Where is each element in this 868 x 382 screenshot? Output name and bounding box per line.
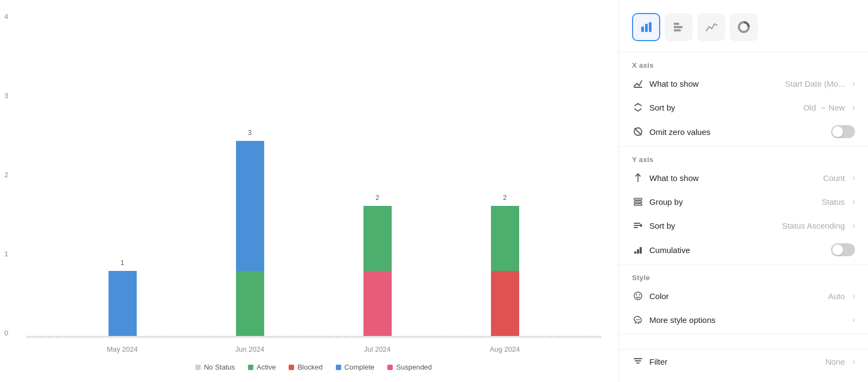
svg-rect-3 <box>674 23 679 25</box>
bar-segment-jul-suspended <box>363 271 392 336</box>
bar-group-aug: 2 <box>491 206 519 336</box>
bar-segment-aug-blocked <box>491 271 519 336</box>
chart-container: 4 3 2 1 0 <box>26 13 601 353</box>
y-label-3: 3 <box>4 92 8 99</box>
bar-stack-jun: 3 <box>236 141 264 336</box>
y-axis-sort-value: Status Ascending <box>782 221 845 230</box>
svg-point-25 <box>637 319 639 320</box>
bar-segment-aug-active <box>491 206 519 271</box>
legend-label-blocked: Blocked <box>297 363 322 371</box>
svg-rect-4 <box>674 26 682 28</box>
bar-label-jul: 2 <box>361 194 394 202</box>
bar-stack-may: 1 <box>108 271 137 336</box>
y-axis-what-to-show-value: Count <box>823 173 845 183</box>
svg-rect-18 <box>637 249 639 254</box>
style-color-icon <box>632 290 644 302</box>
omit-zero-toggle[interactable] <box>831 125 855 138</box>
chart-type-row <box>619 9 868 53</box>
y-axis-what-to-show-chevron: › <box>852 173 855 182</box>
filter-chevron: › <box>852 357 855 366</box>
x-axis-sort-chevron: › <box>852 103 855 112</box>
filter-icon <box>632 355 644 367</box>
legend-label-suspended: Suspended <box>396 363 432 371</box>
style-color-label: Color <box>649 292 822 301</box>
svg-rect-2 <box>649 22 652 32</box>
x-axis-labels: May 2024 Jun 2024 Jul 2024 Aug 2024 <box>26 340 601 353</box>
x-label-jun: Jun 2024 <box>228 345 272 353</box>
x-axis-what-to-show-row[interactable]: What to show Start Date (Mo... › <box>619 72 868 95</box>
style-more-options-label: More style options <box>649 315 847 325</box>
style-more-options-row[interactable]: More style options › <box>619 308 868 332</box>
x-label-aug: Aug 2024 <box>483 345 527 353</box>
grid-line-1 <box>26 338 601 338</box>
style-more-options-icon <box>632 314 644 326</box>
legend-label-complete: Complete <box>344 363 375 371</box>
y-axis-sort-label: Sort by <box>649 221 776 230</box>
y-axis-group-by-label: Group by <box>649 197 816 206</box>
legend-dot-blocked <box>289 365 294 370</box>
svg-rect-19 <box>640 247 642 254</box>
chart-type-line-button[interactable] <box>697 13 725 41</box>
svg-rect-11 <box>634 198 642 200</box>
legend-item-complete: Complete <box>336 363 375 371</box>
chart-type-row-button[interactable] <box>665 13 693 41</box>
svg-point-22 <box>639 294 641 296</box>
y-axis-cumulative-label: Cumulative <box>649 245 826 255</box>
y-label-0: 0 <box>4 329 8 336</box>
y-axis-group-by-chevron: › <box>852 197 855 206</box>
divider-2 <box>619 264 868 265</box>
svg-line-9 <box>635 128 641 135</box>
y-axis-group-by-icon <box>632 196 644 208</box>
y-label-4: 4 <box>4 13 8 20</box>
y-axis-sort-chevron: › <box>852 221 855 230</box>
x-axis-sort-by-row[interactable]: Sort by Old → New › <box>619 95 868 119</box>
chart-type-bar-button[interactable] <box>632 13 660 41</box>
y-axis-group-by-value: Status <box>822 197 845 206</box>
svg-rect-5 <box>674 29 681 31</box>
bar-stack-jul: 2 <box>363 206 392 336</box>
legend-dot-nostatus <box>195 365 201 370</box>
legend-label-nostatus: No Status <box>204 363 235 371</box>
bar-stack-aug: 2 <box>491 206 519 336</box>
style-color-row[interactable]: Color Auto › <box>619 284 868 308</box>
bar-segment-jun-complete <box>236 141 264 271</box>
svg-rect-1 <box>645 24 648 32</box>
bar-group-jul: 2 <box>363 206 392 336</box>
x-axis-omit-zero-icon <box>632 126 644 138</box>
y-axis-cumulative-row[interactable]: Cumulative <box>619 237 868 262</box>
legend-item-blocked: Blocked <box>289 363 322 371</box>
y-label-2: 2 <box>4 171 8 178</box>
style-color-value: Auto <box>828 292 845 301</box>
divider-1 <box>619 146 868 147</box>
style-more-options-chevron: › <box>852 315 855 324</box>
svg-rect-12 <box>634 201 642 203</box>
x-label-may: May 2024 <box>101 345 144 353</box>
x-label-jul: Jul 2024 <box>356 345 399 353</box>
legend-dot-active <box>248 365 253 370</box>
cumulative-toggle[interactable] <box>831 243 855 256</box>
legend-label-active: Active <box>257 363 276 371</box>
svg-rect-17 <box>634 251 636 254</box>
bar-segment-jul-active <box>363 206 392 271</box>
chart-type-donut-button[interactable] <box>730 13 758 41</box>
chart-inner: 1 3 <box>26 336 601 336</box>
y-axis-what-to-show-icon <box>632 172 644 184</box>
y-axis-what-to-show-row[interactable]: What to show Count › <box>619 166 868 190</box>
x-axis-omit-zero-label: Omit zero values <box>649 127 826 137</box>
legend-item-active: Active <box>248 363 276 371</box>
x-axis-sort-icon <box>632 101 644 113</box>
x-axis-what-to-show-label: What to show <box>649 79 780 88</box>
bar-segment-may-complete <box>108 271 137 336</box>
filter-row[interactable]: Filter None › <box>619 349 868 373</box>
bar-group-jun: 3 <box>236 141 264 336</box>
x-axis-what-to-show-icon <box>632 77 644 89</box>
legend-item-nostatus: No Status <box>195 363 235 371</box>
y-axis-group-by-row[interactable]: Group by Status › <box>619 190 868 213</box>
svg-point-20 <box>634 292 642 300</box>
style-header: Style <box>619 267 868 284</box>
chart-legend: No Status Active Blocked Complete Suspen… <box>26 363 601 371</box>
y-axis-sort-by-row[interactable]: Sort by Status Ascending › <box>619 213 868 237</box>
y-axis-what-to-show-label: What to show <box>649 173 818 183</box>
x-axis-omit-zero-row[interactable]: Omit zero values <box>619 119 868 144</box>
x-axis-sort-label: Sort by <box>649 103 798 112</box>
